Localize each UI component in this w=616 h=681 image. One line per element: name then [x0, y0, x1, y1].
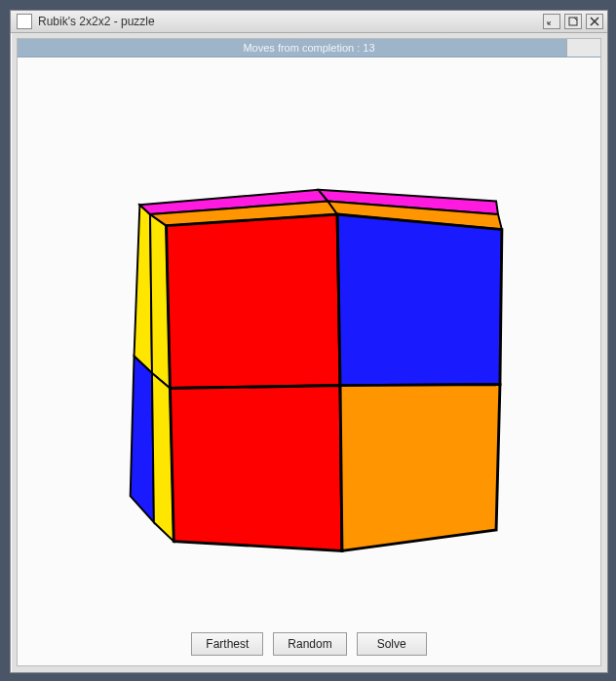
content-area: Moves from completion : 13 www.softpedia…	[17, 38, 601, 666]
solve-button[interactable]: Solve	[357, 632, 427, 656]
cube-left-bottom-back[interactable]	[131, 357, 154, 523]
titlebar[interactable]: Rubik's 2x2x2 - puzzle	[11, 11, 607, 33]
random-button[interactable]: Random	[273, 632, 346, 656]
close-button[interactable]	[586, 14, 603, 29]
close-icon	[590, 17, 599, 26]
window-title: Rubik's 2x2x2 - puzzle	[36, 15, 543, 28]
window-controls	[543, 14, 607, 29]
cube-canvas[interactable]	[18, 57, 600, 624]
status-right-box	[566, 39, 600, 57]
cube-front-bottom-left[interactable]	[170, 386, 342, 551]
app-icon	[17, 14, 32, 29]
app-window: Rubik's 2x2x2 - puzzle Moves from comple…	[10, 10, 608, 673]
cube-front-top-right[interactable]	[337, 214, 502, 386]
status-text: Moves from completion : 13	[243, 42, 374, 54]
status-bar: Moves from completion : 13	[18, 39, 600, 57]
cube-left-top-back[interactable]	[135, 205, 152, 373]
button-row: Farthest Random Solve	[18, 624, 600, 665]
maximize-button[interactable]	[564, 14, 582, 29]
rubiks-cube[interactable]	[18, 57, 600, 624]
farthest-button[interactable]: Farthest	[191, 632, 263, 656]
cube-front-bottom-right[interactable]	[340, 385, 500, 551]
cube-front-top-left[interactable]	[167, 214, 340, 388]
maximize-icon	[568, 17, 578, 26]
minimize-button[interactable]	[543, 14, 560, 29]
minimize-icon	[547, 17, 557, 26]
